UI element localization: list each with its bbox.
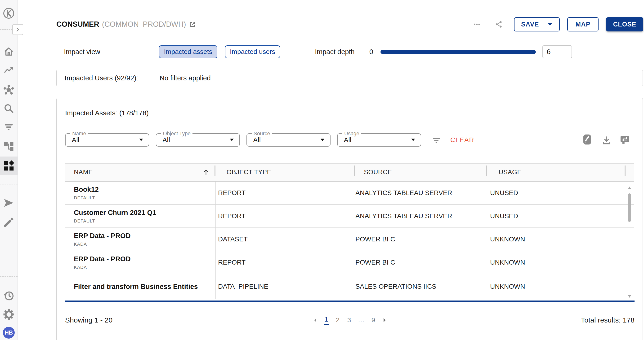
header-actions: SAVE MAP CLOSE [471,17,643,32]
column-resize-handle[interactable] [486,166,487,176]
filter-funnel-icon[interactable] [432,135,441,145]
impact-depth-min: 0 [369,45,373,59]
column-header-source[interactable]: SOURCE [364,164,392,181]
expand-sidebar-button[interactable] [12,24,23,35]
column-resize-handle[interactable] [624,166,626,176]
asset-object-type: REPORT [218,259,246,266]
sidebar-item-enrich[interactable] [0,217,18,228]
asset-name: Book12 [74,186,99,193]
bulk-update-icon[interactable] [620,135,630,145]
usage-filter-select[interactable]: Usage All [337,133,421,147]
object-type-filter-select[interactable]: Object Type All [156,133,240,147]
sidebar-item-settings[interactable] [0,309,18,320]
impact-depth-label: Impact depth [315,45,355,59]
filter-list-icon [3,121,14,133]
name-filter-value: All [72,134,79,146]
scroll-up-icon[interactable] [628,186,631,189]
sidebar-item-dashboard[interactable] [0,160,18,172]
impact-controls: Impact view Impacted assets Impacted use… [56,45,643,59]
sidebar-item-trends[interactable] [0,65,18,76]
page-number-3[interactable]: 3 [346,316,352,324]
column-header-usage[interactable]: USAGE [499,164,522,181]
map-button[interactable]: MAP [567,17,598,31]
column-resize-handle[interactable] [214,166,216,176]
asset-name-cell: ERP Data - PRODKADA [74,228,131,251]
table-row[interactable]: ERP Data - PRODKADAREPORTPOWER BI CUNKNO… [65,251,634,274]
more-options-icon[interactable] [471,20,482,28]
table-scrollbar [626,184,634,299]
sidebar-item-history[interactable] [0,290,18,301]
download-icon[interactable] [602,135,612,145]
asset-source: ANALYTICS TABLEAU SERVER [356,212,452,220]
chevron-right-icon [14,26,21,33]
kada-logo-icon [0,7,18,19]
sort-ascending-icon[interactable] [202,168,210,176]
asset-name: ERP Data - PROD [74,255,131,263]
asset-source-tag: DEFAULT [74,218,156,224]
table-row[interactable]: Filter and transform Business EntitiesDA… [65,274,634,299]
asset-source-cell: ANALYTICS TABLEAU SERVER [356,181,452,204]
send-icon [3,197,14,208]
asset-usage: UNKNOWN [490,235,525,243]
page-title: CONSUMER [56,20,99,29]
scroll-down-icon[interactable] [628,295,631,298]
sidebar-item-send[interactable] [0,197,18,208]
caret-down-icon [139,138,144,142]
impact-view-label: Impact view [64,45,100,59]
previous-page-button[interactable] [312,317,318,323]
share-icon[interactable] [493,20,504,28]
sidebar-item-hierarchy[interactable] [0,140,18,152]
trending-up-icon [3,65,14,76]
asset-usage: UNKNOWN [490,259,525,266]
impacted-assets-toggle[interactable]: Impacted assets [159,45,217,58]
column-header-name[interactable]: NAME [74,164,93,181]
table-row[interactable]: ERP Data - PRODKADADATASETPOWER BI CUNKN… [65,228,634,251]
impacted-users-bar[interactable]: Impacted Users (92/92): No filters appli… [56,70,643,86]
asset-usage: UNKNOWN [490,283,525,290]
edit-icon[interactable] [582,134,592,145]
source-filter-select[interactable]: Source All [246,133,330,147]
asset-object-type: DATASET [218,235,248,243]
asset-name-cell: Filter and transform Business Entities [74,274,198,299]
asset-name-cell: Book12DEFAULT [74,181,99,204]
table-row[interactable]: Customer Churn 2021 Q1DEFAULTREPORTANALY… [65,205,634,228]
impacted-users-label: Impacted Users (92/92): [65,70,138,86]
impact-depth-slider[interactable] [380,50,536,54]
sidebar: HB [0,0,18,340]
sidebar-item-home[interactable] [0,46,18,57]
close-label: CLOSE [613,21,636,28]
asset-name: ERP Data - PROD [74,232,131,240]
save-button[interactable]: SAVE [514,17,560,31]
sidebar-item-filters[interactable] [0,121,18,133]
asset-usage-cell: UNUSED [490,181,518,204]
asset-name: Customer Churn 2021 Q1 [74,209,156,217]
page-number-2[interactable]: 2 [335,316,340,324]
avatar-initials: HB [5,329,13,336]
close-button[interactable]: CLOSE [606,17,643,31]
page-number-9[interactable]: 9 [371,316,376,324]
impacted-users-toggle[interactable]: Impacted users [225,45,280,58]
column-resize-handle[interactable] [354,166,355,176]
clear-filters-button[interactable]: CLEAR [450,133,474,147]
impacted-assets-card: Impacted Assets: (178/178) Name All Obje… [56,98,643,340]
asset-source: POWER BI C [356,235,395,243]
column-header-object-type[interactable]: OBJECT TYPE [226,164,271,181]
asset-object-type: REPORT [218,212,246,220]
next-page-button[interactable] [382,317,387,323]
user-avatar[interactable]: HB [3,327,15,339]
sidebar-item-search[interactable] [0,103,18,114]
page-header: CONSUMER (COMMON_PROD/DWH) [56,17,196,32]
table-bottom-border [65,301,634,302]
page-number-1[interactable]: 1 [324,316,329,325]
scrollbar-thumb[interactable] [628,193,631,222]
sidebar-item-lineage[interactable] [0,84,18,96]
caret-down-icon [230,138,234,142]
impact-depth-input[interactable] [542,45,572,58]
source-filter-value: All [253,134,261,146]
impacted-assets-title: Impacted Assets: (178/178) [65,109,149,117]
asset-object-type-cell: REPORT [218,251,246,274]
page-numbers: 123…9 [324,316,376,325]
name-filter-select[interactable]: Name All [65,133,149,147]
table-row[interactable]: Book12DEFAULTREPORTANALYTICS TABLEAU SER… [65,181,634,205]
external-link-icon[interactable] [189,21,196,28]
